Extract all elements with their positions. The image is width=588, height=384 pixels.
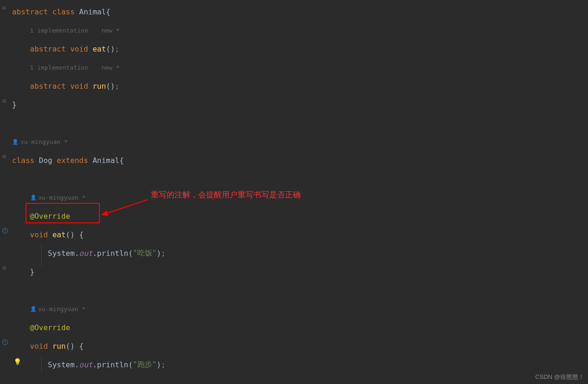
code-line[interactable]: void eat() { (11, 225, 588, 244)
code-line[interactable]: class Dog extends Animal{ (11, 151, 588, 169)
parens: () (66, 342, 75, 351)
keyword: extends (57, 156, 88, 165)
semicolon: ; (115, 82, 120, 91)
code-line[interactable]: @Override (11, 207, 588, 225)
method-name: run (92, 82, 106, 91)
person-icon: 👤 (30, 306, 37, 312)
code-line[interactable]: abstract void run(); (11, 77, 588, 95)
brace: } (30, 267, 35, 276)
semicolon: ; (161, 249, 166, 258)
class-name: Animal (79, 7, 106, 16)
keyword: abstract (12, 7, 48, 16)
keyword: abstract (30, 45, 66, 53)
identifier: System. (48, 360, 79, 369)
code-line[interactable]: abstract void eat(); (11, 39, 588, 58)
brace: { (119, 156, 124, 165)
fold-end-icon[interactable]: ⊟ (1, 265, 7, 271)
method-call: println( (97, 249, 133, 258)
author-hint[interactable]: xu-mingyuan * (39, 306, 86, 312)
field: out (79, 249, 93, 258)
method-name: eat (92, 45, 106, 53)
keyword: void (30, 230, 48, 239)
new-hint[interactable]: new * (102, 27, 120, 34)
fold-end-icon[interactable]: ⊟ (1, 98, 7, 104)
new-hint[interactable]: new * (102, 64, 120, 71)
parens: () (106, 45, 115, 53)
brace: { (75, 230, 84, 239)
class-name: Animal (92, 156, 119, 165)
code-line[interactable]: @Override (11, 318, 588, 337)
indent-guide (41, 355, 42, 374)
class-name: Dog (39, 156, 52, 165)
override-up-icon[interactable] (2, 339, 8, 345)
parens: () (66, 230, 75, 239)
parens: () (106, 82, 115, 91)
code-line[interactable]: System.out.println("跑步"); (11, 355, 588, 374)
editor-gutter: ⊟ ⊟ ⊟ ⊟ 💡 (0, 0, 11, 384)
inlay-hint-line[interactable]: 1 implementation new * (11, 21, 588, 39)
code-line[interactable]: System.out.println("吃饭"); (11, 244, 588, 262)
override-up-icon[interactable] (2, 228, 8, 234)
brace: } (12, 100, 17, 109)
identifier: System. (48, 249, 79, 258)
code-line[interactable] (11, 169, 588, 188)
author-hint-line[interactable]: 👤xu-mingyuan * (11, 132, 588, 151)
keyword: abstract (30, 82, 66, 91)
keyword: class (52, 7, 75, 16)
semicolon: ; (115, 45, 120, 53)
implementation-hint[interactable]: 1 implementation (30, 27, 88, 34)
method-call: println( (97, 360, 133, 369)
brace: { (106, 7, 110, 16)
code-line[interactable]: abstract class Animal{ (11, 2, 588, 21)
person-icon: 👤 (30, 195, 37, 201)
semicolon: ; (161, 360, 166, 369)
annotation: @Override (30, 323, 71, 332)
fold-start-icon[interactable]: ⊟ (1, 5, 7, 11)
author-hint-line[interactable]: 👤xu-mingyuan * (11, 299, 588, 318)
string-literal: "跑步" (133, 360, 156, 370)
method-name: eat (52, 230, 66, 239)
indent-guide (41, 244, 42, 266)
fold-start-icon[interactable]: ⊟ (1, 153, 7, 160)
keyword: void (70, 45, 88, 53)
keyword: class (12, 156, 34, 165)
inlay-hint-line[interactable]: 1 implementation new * (11, 58, 588, 77)
watermark: CSDN @徐憨憨！ (535, 373, 584, 381)
annotation-text: 重写的注解，会提醒用户重写书写是否正确 (151, 189, 301, 200)
annotation: @Override (30, 212, 71, 221)
code-line[interactable]: } (11, 95, 588, 114)
author-hint[interactable]: xu-mingyuan * (20, 138, 68, 145)
string-literal: "吃饭" (133, 248, 156, 258)
person-icon: 👤 (12, 139, 19, 145)
keyword: void (30, 342, 48, 351)
implementation-hint[interactable]: 1 implementation (30, 64, 88, 71)
field: out (79, 360, 93, 369)
code-line[interactable] (11, 281, 588, 299)
code-line[interactable] (11, 114, 588, 132)
method-name: run (52, 342, 66, 351)
code-line[interactable]: void run() { (11, 337, 588, 355)
keyword: void (70, 82, 88, 91)
author-hint[interactable]: xu-mingyuan * (39, 194, 86, 201)
brace: { (75, 342, 84, 351)
code-line[interactable]: } (11, 262, 588, 281)
